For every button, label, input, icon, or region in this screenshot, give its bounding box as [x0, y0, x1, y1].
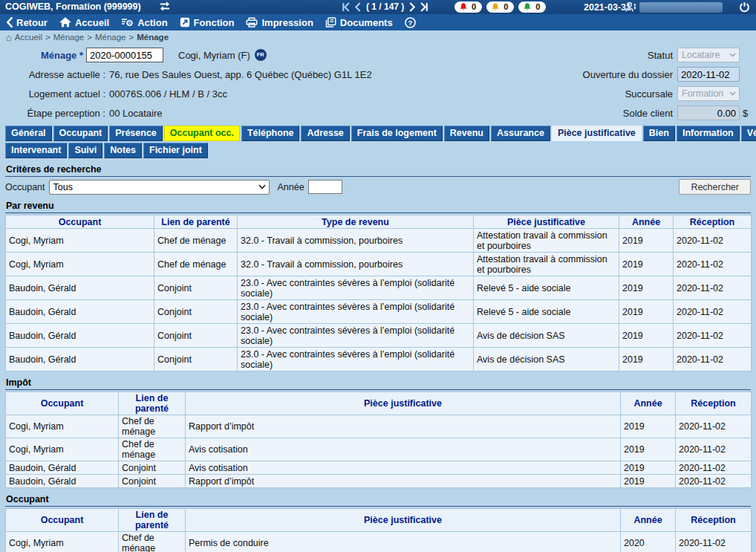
prev-page-icon[interactable]	[355, 2, 361, 12]
cell: Cogi, Myriam	[6, 229, 154, 253]
cell: 23.0 - Avec contraintes sévères à l’empl…	[238, 276, 474, 300]
column-header[interactable]: Lien de parenté	[119, 392, 186, 415]
breadcrumb-item[interactable]: Accueil	[15, 33, 42, 42]
tab-assurance[interactable]: Assurance	[491, 126, 550, 141]
cell: Baudoin, Gérald	[6, 348, 154, 371]
solde-label: Solde client	[623, 108, 673, 119]
search-button[interactable]: Rechercher	[679, 179, 751, 195]
cell: Conjoint	[119, 475, 186, 488]
user-switch-icon[interactable]	[625, 1, 636, 16]
tab-g-n-ral[interactable]: Général	[5, 126, 52, 141]
column-header[interactable]: Année	[619, 215, 674, 229]
first-page-icon[interactable]	[342, 2, 350, 12]
alert-green-badge[interactable]: 0	[518, 1, 546, 13]
column-header[interactable]: Pièce justificative	[474, 215, 619, 229]
column-header[interactable]: Année	[621, 392, 676, 415]
cell: Avis cotisation	[186, 438, 621, 461]
column-header[interactable]: Lien de parenté	[154, 215, 238, 229]
title-bar: COGIWEB, Formation (999999) ( 1 / 147 ) …	[0, 0, 756, 14]
next-page-icon[interactable]	[409, 2, 415, 12]
refresh-icon[interactable]	[159, 1, 171, 15]
back-label: Retour	[16, 17, 48, 28]
column-header[interactable]: Occupant	[6, 509, 119, 532]
documents-button[interactable]: Documents	[325, 17, 393, 28]
table-row[interactable]: Baudoin, GéraldConjointRapport d’impôt20…	[6, 475, 752, 488]
action-button[interactable]: Action	[121, 17, 167, 28]
column-header[interactable]: Occupant	[6, 215, 154, 229]
power-icon[interactable]	[739, 1, 750, 16]
cell: Baudoin, Gérald	[6, 475, 119, 488]
table-row[interactable]: Baudoin, GéraldConjoint23.0 - Avec contr…	[6, 324, 752, 348]
tab-t-l-phone[interactable]: Téléphone	[241, 126, 300, 141]
annee-filter-field[interactable]	[308, 180, 342, 194]
tab-fichier-joint[interactable]: Fichier joint	[143, 143, 208, 158]
breadcrumb-item[interactable]: Ménage	[53, 33, 85, 42]
svg-text:?: ?	[408, 18, 412, 26]
ouverture-dossier-field[interactable]	[677, 67, 740, 82]
last-page-icon[interactable]	[420, 2, 428, 12]
breadcrumb-home-icon[interactable]: ⌂	[6, 33, 12, 42]
function-button[interactable]: Fonction	[180, 17, 235, 28]
table-row[interactable]: Cogi, MyriamChef de ménageRapport d’impô…	[6, 415, 752, 438]
help-icon[interactable]: ?	[405, 17, 416, 28]
column-header[interactable]: Occupant	[6, 392, 119, 415]
cell: 2020-11-02	[674, 300, 752, 324]
back-button[interactable]: Retour	[6, 17, 48, 28]
cell: Avis de décision SAS	[474, 348, 619, 371]
cell: 2019	[619, 348, 674, 371]
column-header[interactable]: Pièce justificative	[186, 392, 621, 415]
column-header[interactable]: Lien de parenté	[119, 509, 186, 532]
tab-v-hicule[interactable]: Véhicule	[741, 126, 756, 141]
tab-bien[interactable]: Bien	[643, 126, 675, 141]
column-header[interactable]: Réception	[674, 215, 752, 229]
table-row[interactable]: Cogi, MyriamChef de ménage32.0 - Travail…	[6, 229, 752, 253]
tab-information[interactable]: Information	[677, 126, 740, 141]
alert-badges: 0 0 0	[454, 1, 546, 13]
cell: 2020-11-02	[676, 438, 752, 461]
documents-label: Documents	[340, 17, 393, 28]
cell: Cogi, Myriam	[6, 415, 119, 438]
cell: 23.0 - Avec contraintes sévères à l’empl…	[238, 300, 474, 324]
tab-suivi[interactable]: Suivi	[68, 143, 102, 158]
column-header[interactable]: Année	[621, 509, 676, 532]
alert-amber-badge[interactable]: 0	[486, 1, 514, 13]
tab-frais-de-logement[interactable]: Frais de logement	[351, 126, 443, 141]
table-row[interactable]: Cogi, MyriamChef de ménage32.0 - Travail…	[6, 253, 752, 276]
cell: Attestation travail à commission et pour…	[474, 253, 619, 276]
cell: Relevé 5 - aide sociale	[474, 276, 619, 300]
breadcrumb-item[interactable]: Ménage	[95, 33, 126, 42]
tab-intervenant[interactable]: Intervenant	[5, 143, 67, 158]
column-header[interactable]: Type de revenu	[238, 215, 474, 229]
column-header[interactable]: Réception	[676, 392, 752, 415]
tab-occupant-occ[interactable]: Occupant occ.	[164, 126, 240, 141]
breadcrumb-separator: >	[87, 33, 92, 42]
cell: Conjoint	[154, 276, 238, 300]
tab-pi-ce-justificative[interactable]: Pièce justificative	[552, 126, 642, 141]
section-title-impot: Impôt	[5, 377, 751, 390]
impot-table: OccupantLien de parentéPièce justificati…	[5, 392, 752, 488]
home-button[interactable]: Accueil	[59, 17, 109, 28]
table-row[interactable]: Baudoin, GéraldConjointAvis cotisation20…	[6, 461, 752, 475]
language-badge: FR	[255, 49, 267, 61]
tab-occupant[interactable]: Occupant	[53, 126, 108, 141]
table-row[interactable]: Baudoin, GéraldConjoint23.0 - Avec contr…	[6, 300, 752, 324]
menage-number-field[interactable]	[86, 48, 163, 62]
cell: Baudoin, Gérald	[6, 300, 154, 324]
tab-pr-sence[interactable]: Présence	[109, 126, 163, 141]
table-row[interactable]: Cogi, MyriamChef de ménagePermis de cond…	[6, 532, 752, 552]
alert-red-badge[interactable]: 0	[454, 1, 482, 13]
table-row[interactable]: Baudoin, GéraldConjoint23.0 - Avec contr…	[6, 276, 752, 300]
menage-label: Ménage *	[0, 50, 83, 61]
column-header[interactable]: Réception	[676, 509, 752, 532]
table-row[interactable]: Baudoin, GéraldConjoint23.0 - Avec contr…	[6, 348, 752, 371]
adresse-value: 76, rue Des Saules Ouest, app. 6 Québec …	[109, 69, 372, 80]
user-name-field[interactable]	[639, 2, 723, 13]
tab-notes[interactable]: Notes	[104, 143, 142, 158]
cell: 2019	[619, 276, 674, 300]
print-button[interactable]: Impression	[246, 17, 313, 28]
table-row[interactable]: Cogi, MyriamChef de ménageAvis cotisatio…	[6, 438, 752, 461]
tab-revenu[interactable]: Revenu	[444, 126, 489, 141]
column-header[interactable]: Pièce justificative	[186, 509, 621, 532]
occupant-filter-select[interactable]: Tous	[49, 180, 270, 195]
tab-adresse[interactable]: Adresse	[301, 126, 349, 141]
